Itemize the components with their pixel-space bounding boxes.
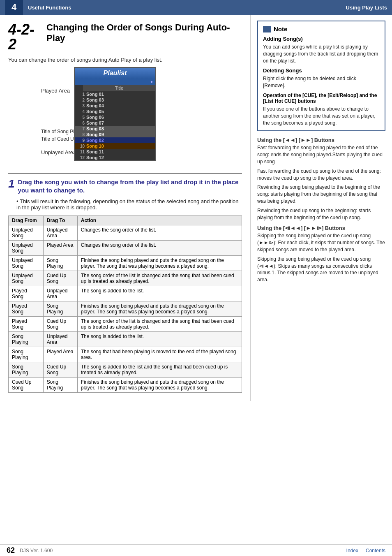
step-number: 1	[8, 178, 15, 190]
playlist-row: 8Song 09	[75, 132, 155, 137]
using-skip-text1: Skipping the song being played or the cu…	[257, 232, 385, 253]
playlist-header: Title	[83, 85, 155, 91]
table-row: Unplayed SongCued Up SongThe song order …	[9, 271, 242, 286]
header-bar: 4 Useful Functions Using Play Lists	[0, 0, 392, 15]
note-adding-text: You can add songs while a play list is p…	[263, 44, 380, 64]
step-container: 1 Drag the song you wish to change from …	[8, 178, 242, 194]
table-row: Unplayed SongPlayed AreaChanges the song…	[9, 241, 242, 256]
playlist-row: 12Song 12	[75, 155, 155, 160]
playlist-area: Played Area Title of Song Playing Title …	[41, 67, 156, 166]
right-content: Note Adding Song(s) You can add songs wh…	[251, 15, 392, 401]
note-label: Note	[274, 25, 287, 32]
using-ff-text1: Fast forwarding the song being played to…	[257, 144, 385, 165]
footer-index-link[interactable]: Index	[346, 548, 358, 554]
note-deleting-title: Deleting Songs	[263, 67, 380, 74]
note-deleting-text: Right click the song to be deleted and c…	[263, 75, 380, 89]
table-row: Song PlayingPlayed AreaThe song that had…	[9, 347, 242, 362]
playlist-row: 11Song 11	[75, 149, 155, 155]
note-box: Note Adding Song(s) You can add songs wh…	[257, 21, 385, 131]
playlist-row: 2Song 03	[75, 97, 155, 103]
header-left-title: Useful Functions	[28, 5, 346, 11]
col-drag-to: Drag To	[43, 216, 77, 225]
step-bullet: • This will result in the following, dep…	[16, 198, 242, 211]
drag-table-body: Unplayed SongUnplayed AreaChanges the so…	[9, 225, 242, 393]
note-operation-title: Operation of the [CUE], the [Exit/Reloop…	[263, 93, 380, 104]
label-unplayed: Unplayed Area	[41, 149, 76, 155]
chapter-number: 4	[5, 0, 23, 15]
using-skip-title: Using the [⧏◄◄] [►►⧐] Buttons	[257, 225, 385, 231]
note-box-header: Note	[263, 25, 380, 32]
note-operation-text: If you use one of the buttons above to c…	[263, 106, 380, 126]
playlist-row: 9Song 02	[75, 137, 155, 143]
playlist-row: 1Song 01	[75, 91, 155, 97]
playlist-box: Plaulist ● Title 1Song 012Song 033Song 0…	[74, 67, 156, 161]
table-row: Cued Up SongSong PlayingFinishes the son…	[9, 378, 242, 393]
table-row: Song PlayingUnplayed AreaThe song is add…	[9, 332, 242, 347]
using-ff-text4: Rewinding the cued up song to the beginn…	[257, 207, 385, 221]
using-ff-text3: Rewinding the song being played to the b…	[257, 184, 385, 204]
col-drag-from: Drag From	[9, 216, 44, 225]
table-row: Played SongSong PlayingFinishes the song…	[9, 301, 242, 317]
footer-page: 62	[7, 546, 15, 555]
footer-contents-link[interactable]: Contents	[366, 548, 385, 554]
section-title-block: Changing the Order of Songs During Auto-…	[46, 22, 242, 44]
left-content: 4-2-2 Changing the Order of Songs During…	[0, 15, 251, 401]
label-played-area: Played Area	[41, 88, 70, 94]
playlist-row: 4Song 05	[75, 109, 155, 114]
footer-version: DJS Ver. 1.600	[20, 548, 53, 554]
table-row: Unplayed SongSong PlayingFinishes the so…	[9, 256, 242, 271]
playlist-row: 5Song 06	[75, 114, 155, 120]
table-row: Unplayed SongUnplayed AreaChanges the so…	[9, 225, 242, 241]
note-adding-title: Adding Song(s)	[263, 36, 380, 42]
using-ff-text2: Fast forwarding the cued up song to the …	[257, 168, 385, 182]
using-skip-text2: Skipping the song being played or the cu…	[257, 256, 385, 283]
table-row: Played SongUnplayed AreaThe song is adde…	[9, 286, 242, 301]
table-row: Song PlayingCued Up SongThe song is adde…	[9, 362, 242, 378]
using-ff-title: Using the [◄◄] [►►] Buttons	[257, 137, 385, 143]
section-title: Changing the Order of Songs During Auto-…	[46, 22, 242, 44]
playlist-icon: ●	[75, 79, 155, 85]
playlist-row: 3Song 04	[75, 103, 155, 109]
drag-table: Drag From Drag To Action Unplayed SongUn…	[8, 215, 242, 393]
playlist-row: 6Song 07	[75, 120, 155, 126]
col-action: Action	[77, 216, 242, 225]
table-row: Played SongCued Up SongThe song order of…	[9, 317, 242, 332]
playlist-row: 7Song 08	[75, 126, 155, 132]
header-right-title: Using Play Lists	[346, 5, 387, 11]
section-heading: 4-2-2 Changing the Order of Songs During…	[8, 22, 242, 52]
playlist-row: 10Song 10	[75, 143, 155, 149]
section-number: 4-2-2	[8, 22, 42, 52]
section-subtitle: You can change the order of songs during…	[8, 57, 242, 63]
footer-bar: 62 DJS Ver. 1.600 Index Contents	[0, 544, 392, 556]
note-icon	[263, 26, 271, 32]
playlist-rows: 1Song 012Song 033Song 044Song 055Song 06…	[75, 91, 155, 160]
playlist-title: Plaulist	[75, 68, 155, 79]
step-text: Drag the song you wish to change from th…	[18, 178, 242, 194]
main-container: 4-2-2 Changing the Order of Songs During…	[0, 15, 392, 401]
